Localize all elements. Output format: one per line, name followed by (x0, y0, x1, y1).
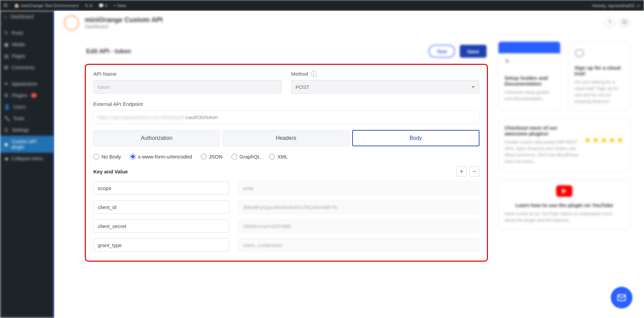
endpoint-label: External API Endpoint (93, 101, 479, 107)
youtube-card[interactable]: Learn how to use the plugin on YouTube H… (498, 179, 630, 230)
menu-pages[interactable]: ▤Pages (0, 50, 54, 62)
api-name-label: API Name (93, 71, 282, 77)
plugin-title: miniOrange Custom API (85, 16, 163, 24)
kv-value-input[interactable] (239, 238, 479, 252)
test-button[interactable]: Test (429, 45, 455, 58)
wp-admin-menu: ⌂Dashboard ✎Posts ▣Media ▤Pages ✪Comment… (0, 11, 54, 318)
kv-value-input[interactable] (239, 181, 479, 195)
radio-no-body[interactable]: No Body (93, 154, 121, 160)
menu-settings[interactable]: ☰Settings (0, 124, 54, 136)
tab-headers[interactable]: Headers (223, 130, 349, 146)
save-button[interactable]: Save (460, 45, 487, 58)
howdy-account[interactable]: Howdy, raynesbhat55 (592, 3, 634, 8)
side-panel: 🗎 Setup Guides and Documentation Checkou… (498, 41, 630, 262)
presentation-icon: 🖵 (574, 48, 584, 57)
plugin-header: miniOrange Custom API Dashboard ? ⓦ (54, 11, 644, 35)
kv-row (93, 238, 479, 252)
card-header: Edit API - token Test Save (85, 41, 488, 64)
kv-row (93, 181, 479, 195)
new-content[interactable]: + New (113, 3, 126, 8)
tab-authorization[interactable]: Authorization (93, 130, 220, 146)
kv-key-input[interactable] (93, 200, 229, 214)
radio-xml[interactable]: XML (269, 154, 288, 160)
menu-custom-api[interactable]: ◉Custom API plugin (0, 136, 54, 153)
cloud-trial-card[interactable]: 🖵 Sign up for a cloud trial! Are you loo… (568, 41, 630, 111)
kv-key-input[interactable] (93, 219, 229, 233)
plugin-content: miniOrange Custom API Dashboard ? ⓦ Edit… (54, 11, 644, 318)
kv-value-input[interactable] (239, 219, 479, 233)
request-tabs: Authorization Headers Body (93, 130, 479, 146)
wp-logo-icon[interactable]: ⓦ (3, 2, 8, 8)
menu-posts[interactable]: ✎Posts (0, 27, 54, 39)
info-icon[interactable]: i (311, 71, 317, 77)
youtube-icon (556, 185, 572, 197)
menu-plugins[interactable]: ⚙Plugins5 (0, 90, 54, 101)
radio-graphql[interactable]: GraphQL (231, 154, 261, 160)
mail-icon (617, 293, 627, 303)
document-icon: 🗎 (505, 58, 514, 68)
awesome-plugins-card[interactable]: Checkout more of our awesome plugins! Cr… (498, 118, 630, 171)
miniorange-logo-icon (64, 15, 79, 30)
method-select[interactable]: POST (291, 80, 479, 94)
menu-appearance[interactable]: ✦Appearance (0, 78, 54, 90)
menu-dashboard[interactable]: ⌂Dashboard (0, 11, 54, 22)
radio-form-urlencoded[interactable]: x-www-form-urlencoded (130, 154, 192, 160)
remove-row-button[interactable]: − (469, 166, 479, 176)
menu-media[interactable]: ▣Media (0, 39, 54, 50)
wp-admin-bar: ⓦ 🏠 miniOrange Test Environment ↻ 8 💬 0 … (0, 0, 644, 11)
stars-illustration: ★★★★★ (584, 125, 624, 155)
plugin-subtitle: Dashboard (85, 24, 163, 29)
support-fab[interactable] (611, 287, 632, 308)
kv-title: Key and Value (93, 169, 128, 174)
radio-json[interactable]: JSON (201, 154, 223, 160)
site-name[interactable]: 🏠 miniOrange Test Environment (14, 3, 79, 8)
avatar-icon[interactable]: ▭ (637, 3, 641, 8)
kv-row (93, 219, 479, 233)
wp-icon[interactable]: ⓦ (620, 18, 630, 28)
menu-tools[interactable]: 🔧Tools (0, 113, 54, 124)
menu-comments[interactable]: ✪Comments (0, 62, 54, 73)
tab-body[interactable]: Body (352, 130, 479, 146)
method-label: Methodi (291, 71, 479, 77)
menu-collapse[interactable]: ◀Collapse menu (0, 153, 54, 164)
edit-api-form: API Name Methodi POST External API Endpo… (85, 64, 488, 262)
kv-value-input[interactable] (239, 200, 479, 214)
kv-row (93, 200, 479, 214)
api-name-input[interactable] (93, 80, 282, 94)
kv-rows (93, 181, 479, 252)
kv-key-input[interactable] (93, 181, 229, 195)
kv-key-input[interactable] (93, 238, 229, 252)
card-title: Edit API - token (86, 48, 131, 55)
body-type-radios: No Body x-www-form-urlencoded JSON Graph… (93, 154, 479, 160)
help-icon[interactable]: ? (605, 18, 615, 28)
menu-users[interactable]: 👤Users (0, 101, 54, 113)
add-row-button[interactable]: + (456, 166, 467, 176)
setup-guides-card[interactable]: 🗎 Setup Guides and Documentation Checkou… (498, 41, 561, 111)
endpoint-input[interactable]: https://api.ingrammicro.com:443/oauth/oa… (93, 110, 479, 124)
updates-icon[interactable]: ↻ 8 (85, 3, 92, 8)
comments-icon[interactable]: 💬 0 (98, 3, 108, 8)
